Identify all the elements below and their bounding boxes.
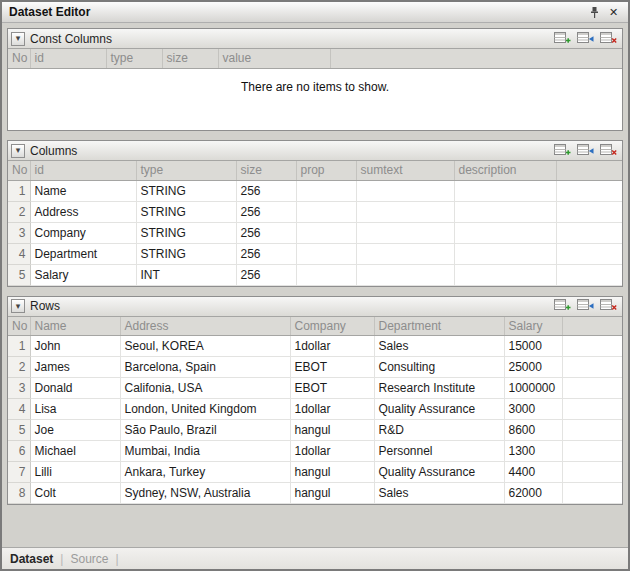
cell-company[interactable]: hangul (290, 483, 374, 504)
cell-department[interactable]: Research Institute (374, 378, 504, 399)
cell-type[interactable]: STRING (136, 180, 236, 201)
column-header-prop[interactable]: prop (296, 161, 356, 180)
rows-delete-row-button[interactable] (599, 299, 617, 314)
cell-salary[interactable]: 8600 (504, 420, 562, 441)
cell-salary[interactable]: 25000 (504, 357, 562, 378)
const-delete-row-button[interactable] (599, 31, 617, 46)
cell-department[interactable]: Sales (374, 336, 504, 357)
column-header-sumtext[interactable]: sumtext (356, 161, 454, 180)
cell-department[interactable]: Quality Assurance (374, 399, 504, 420)
cell-company[interactable]: 1dollar (290, 399, 374, 420)
column-header-address[interactable]: Address (120, 317, 290, 336)
cell-description[interactable] (454, 222, 556, 243)
row-number-cell[interactable]: 7 (8, 462, 30, 483)
row-number-cell[interactable]: 8 (8, 483, 30, 504)
cell-id[interactable]: Company (30, 222, 136, 243)
columns-add-row-button[interactable] (553, 143, 571, 158)
cell-type[interactable]: STRING (136, 201, 236, 222)
cell-company[interactable]: EBOT (290, 357, 374, 378)
const-add-row-button[interactable] (553, 31, 571, 46)
cell-name[interactable]: John (30, 336, 120, 357)
row-number-cell[interactable]: 2 (8, 201, 30, 222)
const-insert-row-button[interactable] (576, 31, 594, 46)
cell-address[interactable]: Califonia, USA (120, 378, 290, 399)
column-header-department[interactable]: Department (374, 317, 504, 336)
cell-description[interactable] (454, 201, 556, 222)
cell-department[interactable]: Personnel (374, 441, 504, 462)
cell-size[interactable]: 256 (236, 222, 296, 243)
cell-department[interactable]: Quality Assurance (374, 462, 504, 483)
column-header-size[interactable]: size (236, 161, 296, 180)
column-header-id[interactable]: id (30, 161, 136, 180)
cell-sumtext[interactable] (356, 222, 454, 243)
cell-size[interactable]: 256 (236, 201, 296, 222)
cell-name[interactable]: Michael (30, 441, 120, 462)
column-header-no[interactable]: No (8, 317, 30, 336)
column-header-size[interactable]: size (162, 49, 218, 68)
column-header-no[interactable]: No (8, 49, 30, 68)
cell-salary[interactable]: 3000 (504, 399, 562, 420)
column-header-no[interactable]: No (8, 161, 30, 180)
cell-description[interactable] (454, 180, 556, 201)
cell-id[interactable]: Salary (30, 264, 136, 285)
cell-prop[interactable] (296, 180, 356, 201)
cell-address[interactable]: Mumbai, India (120, 441, 290, 462)
cell-salary[interactable]: 1300 (504, 441, 562, 462)
column-header-type[interactable]: type (136, 161, 236, 180)
cell-size[interactable]: 256 (236, 180, 296, 201)
cell-prop[interactable] (296, 264, 356, 285)
cell-prop[interactable] (296, 201, 356, 222)
cell-id[interactable]: Department (30, 243, 136, 264)
row-number-cell[interactable]: 5 (8, 264, 30, 285)
close-button[interactable]: ✕ (606, 5, 621, 20)
row-number-cell[interactable]: 6 (8, 441, 30, 462)
cell-description[interactable] (454, 243, 556, 264)
cell-company[interactable]: hangul (290, 462, 374, 483)
cell-type[interactable]: STRING (136, 222, 236, 243)
cell-salary[interactable]: 15000 (504, 336, 562, 357)
cell-name[interactable]: Lisa (30, 399, 120, 420)
cell-department[interactable]: Consulting (374, 357, 504, 378)
row-number-cell[interactable]: 4 (8, 399, 30, 420)
row-number-cell[interactable]: 4 (8, 243, 30, 264)
cell-prop[interactable] (296, 222, 356, 243)
column-header-name[interactable]: Name (30, 317, 120, 336)
cell-company[interactable]: 1dollar (290, 441, 374, 462)
row-number-cell[interactable]: 3 (8, 378, 30, 399)
rows-collapse-button[interactable]: ▾ (11, 299, 25, 313)
cell-company[interactable]: hangul (290, 420, 374, 441)
column-header-id[interactable]: id (30, 49, 106, 68)
cell-address[interactable]: Seoul, KOREA (120, 336, 290, 357)
column-header-company[interactable]: Company (290, 317, 374, 336)
cell-type[interactable]: STRING (136, 243, 236, 264)
cell-name[interactable]: Colt (30, 483, 120, 504)
cell-description[interactable] (454, 264, 556, 285)
column-header-description[interactable]: description (454, 161, 556, 180)
cell-company[interactable]: EBOT (290, 378, 374, 399)
column-header-salary[interactable]: Salary (504, 317, 562, 336)
rows-insert-row-button[interactable] (576, 299, 594, 314)
tab-source[interactable]: Source (70, 552, 108, 566)
tab-dataset[interactable]: Dataset (10, 552, 53, 566)
cell-department[interactable]: Sales (374, 483, 504, 504)
cell-sumtext[interactable] (356, 201, 454, 222)
cell-name[interactable]: Lilli (30, 462, 120, 483)
row-number-cell[interactable]: 5 (8, 420, 30, 441)
cell-sumtext[interactable] (356, 264, 454, 285)
cell-address[interactable]: São Paulo, Brazil (120, 420, 290, 441)
const-columns-collapse-button[interactable]: ▾ (11, 32, 25, 46)
row-number-cell[interactable]: 3 (8, 222, 30, 243)
cell-address[interactable]: Barcelona, Spain (120, 357, 290, 378)
cell-department[interactable]: R&D (374, 420, 504, 441)
column-header-value[interactable]: value (218, 49, 330, 68)
row-number-cell[interactable]: 1 (8, 180, 30, 201)
row-number-cell[interactable]: 2 (8, 357, 30, 378)
cell-company[interactable]: 1dollar (290, 336, 374, 357)
cell-salary[interactable]: 1000000 (504, 378, 562, 399)
row-number-cell[interactable]: 1 (8, 336, 30, 357)
column-header-type[interactable]: type (106, 49, 162, 68)
cell-type[interactable]: INT (136, 264, 236, 285)
cell-address[interactable]: Sydney, NSW, Australia (120, 483, 290, 504)
columns-insert-row-button[interactable] (576, 143, 594, 158)
cell-salary[interactable]: 62000 (504, 483, 562, 504)
